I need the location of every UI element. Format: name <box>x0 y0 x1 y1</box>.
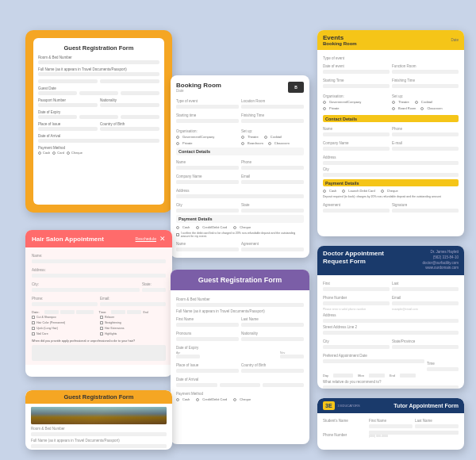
doc-day-f[interactable] <box>333 374 353 378</box>
doc-referred-f[interactable] <box>323 385 459 389</box>
name-ev-f[interactable] <box>323 132 390 136</box>
g2-first-f[interactable] <box>176 323 239 327</box>
place-issue-field[interactable] <box>38 127 98 131</box>
lastname-field[interactable] <box>100 79 159 83</box>
location-field[interactable] <box>241 105 304 109</box>
card-radio-b[interactable] <box>196 226 199 229</box>
cheque-radio-b[interactable] <box>233 226 236 229</box>
name-field-b[interactable] <box>176 166 239 170</box>
g2-apr-f[interactable] <box>176 355 200 358</box>
doc-state-f[interactable] <box>392 345 459 349</box>
g2-nat-f[interactable] <box>241 337 304 341</box>
agree-ev-f[interactable] <box>323 209 390 213</box>
email-field-b[interactable] <box>241 180 304 184</box>
doc-first-f[interactable] <box>323 287 390 291</box>
class-ev[interactable] <box>420 107 424 110</box>
arrival-field[interactable] <box>38 139 159 143</box>
cash-radio[interactable] <box>38 151 41 155</box>
cheq-ev[interactable] <box>381 190 384 193</box>
start-ev-field[interactable] <box>323 84 390 88</box>
expiry-month[interactable] <box>79 115 118 119</box>
g2-card-r[interactable] <box>196 398 199 401</box>
debit-ev[interactable] <box>342 190 345 193</box>
gov-ev-radio[interactable] <box>323 101 326 104</box>
fullname-field[interactable] <box>38 72 159 76</box>
g2-cheq-r[interactable] <box>233 398 236 401</box>
sign-ev-f[interactable] <box>392 209 459 213</box>
tutor-first-f[interactable] <box>369 424 413 428</box>
addr-ev-f[interactable] <box>323 161 459 165</box>
salon-addr-f[interactable] <box>32 274 166 278</box>
theatre-ev[interactable] <box>392 101 395 104</box>
finish-ev-field[interactable] <box>392 84 459 88</box>
nationality-field[interactable] <box>100 103 159 107</box>
salon-city-f[interactable] <box>32 288 140 292</box>
expiry-day[interactable] <box>38 115 77 119</box>
g3-fullname-f[interactable] <box>31 444 167 448</box>
salon-name-f[interactable] <box>32 259 166 263</box>
tutor-last-f[interactable] <box>415 424 459 428</box>
notes-textarea[interactable] <box>32 345 166 361</box>
room-field[interactable] <box>38 60 159 64</box>
doc-mon-f[interactable] <box>369 374 385 378</box>
date-event-field[interactable] <box>323 70 390 74</box>
expiry-year[interactable] <box>121 115 159 119</box>
phone-ev-f[interactable] <box>392 132 459 136</box>
g2-last-f[interactable] <box>241 323 304 327</box>
g2-cash-r[interactable] <box>176 398 179 401</box>
firstname-field[interactable] <box>38 79 98 83</box>
location-ev-field[interactable] <box>392 70 459 74</box>
agreement-field[interactable] <box>241 247 304 251</box>
theatre-radio[interactable] <box>241 136 244 139</box>
cocktail-ev[interactable] <box>415 101 418 104</box>
date-mon-s[interactable] <box>60 310 75 314</box>
g2-pronouns-f[interactable] <box>176 337 239 341</box>
g2-nov-f[interactable] <box>280 355 304 358</box>
city-ev-f[interactable] <box>323 173 459 177</box>
finish-time-field[interactable] <box>241 119 304 123</box>
start-time-field[interactable] <box>176 119 239 123</box>
doc-email-f[interactable] <box>392 301 459 305</box>
salon-state-f[interactable] <box>142 288 166 292</box>
country-birth-field[interactable] <box>100 127 159 131</box>
private-radio[interactable] <box>176 142 179 145</box>
company-field-b[interactable] <box>176 180 239 184</box>
card-radio[interactable] <box>52 151 56 155</box>
cheque-radio[interactable] <box>67 151 70 155</box>
date-month[interactable] <box>79 91 118 95</box>
passport-field[interactable] <box>38 103 98 107</box>
board-ev[interactable] <box>392 107 395 110</box>
name-sign-field[interactable] <box>176 247 239 251</box>
doc-phone-f[interactable] <box>323 301 390 305</box>
g2-arr-m[interactable] <box>220 383 261 387</box>
reschedule-btn[interactable]: Reschedule <box>136 236 156 241</box>
g2-room-f[interactable] <box>176 303 304 307</box>
private-ev-radio[interactable] <box>323 107 326 110</box>
doc-appt-f[interactable] <box>323 359 424 363</box>
cash-ev[interactable] <box>323 190 326 193</box>
cocktail-radio[interactable] <box>264 136 267 139</box>
g2-arr-y[interactable] <box>263 383 304 387</box>
salon-phone-f[interactable] <box>32 302 98 306</box>
email-ev-f[interactable] <box>392 147 459 151</box>
phone-field-b[interactable] <box>241 166 304 170</box>
doc-end-f[interactable] <box>400 374 416 378</box>
type-event-field[interactable] <box>176 105 239 109</box>
doc-last-f[interactable] <box>392 287 459 291</box>
close-icon[interactable]: ✕ <box>159 235 166 243</box>
doc-street-f[interactable] <box>323 319 459 323</box>
time-to-s[interactable] <box>127 310 141 314</box>
comp-ev-f[interactable] <box>323 147 390 151</box>
g2-place-f[interactable] <box>176 369 239 373</box>
salon-email-f[interactable] <box>100 302 166 306</box>
date-year[interactable] <box>121 91 159 95</box>
city-field-b[interactable] <box>176 209 239 213</box>
address-field-b[interactable] <box>176 194 304 198</box>
date-yr-s[interactable] <box>76 310 94 314</box>
g2-country-f[interactable] <box>241 369 304 373</box>
boardroom-radio[interactable] <box>241 142 244 145</box>
date-day[interactable] <box>38 91 77 95</box>
g3-room-f[interactable] <box>31 432 167 436</box>
cash-radio-b[interactable] <box>176 226 179 229</box>
time-from-s[interactable] <box>111 310 125 314</box>
